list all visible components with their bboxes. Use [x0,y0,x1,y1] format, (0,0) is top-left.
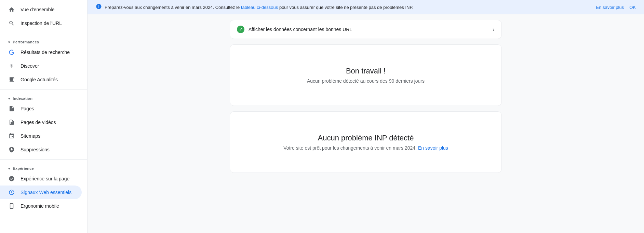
sidebar-label-pages: Pages [21,106,34,111]
google-icon [8,49,15,56]
main-content: Préparez-vous aux changements à venir en… [88,0,644,233]
news-icon [8,76,15,83]
chevron-indexation: ▾ [8,97,10,100]
section-experience-label: Expérience [13,166,34,170]
sidebar-item-resultats-recherche[interactable]: Résultats de recherche [0,45,82,59]
sidebar-item-sitemaps[interactable]: Sitemaps [0,129,82,143]
sidebar-item-vue-ensemble[interactable]: Vue d'ensemble [0,3,82,16]
sidebar-item-pages-videos[interactable]: Pages de vidéos [0,115,82,129]
sidebar-item-suppressions[interactable]: Suppressions [0,143,82,156]
sidebar-item-inspection-url[interactable]: Inspection de l'URL [0,16,82,30]
inp-learn-more-link[interactable]: En savoir plus [418,145,448,151]
sidebar-label-discover: Discover [21,63,39,69]
sidebar-item-pages[interactable]: Pages [0,102,82,115]
section-performances[interactable]: ▾ Performances [0,36,87,45]
banner-text: Préparez-vous aux changements à venir en… [105,5,593,10]
banner-ok-button[interactable]: OK [629,5,636,10]
good-url-card: ✓ Afficher les données concernant les bo… [230,20,502,39]
banner-link[interactable]: tableau ci-dessous [241,5,278,10]
sidebar-label-suppressions: Suppressions [21,147,50,152]
sidebar-item-experience-page[interactable]: Expérience sur la page [0,172,82,186]
sidebar-label-signaux-web: Signaux Web essentiels [21,190,71,195]
banner-text-after: pour vous assurer que votre site ne prés… [278,5,413,10]
search-icon [8,20,15,27]
inp-card: Aucun problème INP détecté Votre site es… [230,111,502,173]
sidebar-label-vue-ensemble: Vue d'ensemble [21,7,54,12]
section-indexation[interactable]: ▾ Indexation [0,92,87,102]
sidebar-item-ergonomie-mobile[interactable]: Ergonomie mobile [0,199,82,213]
chevron-right-icon: › [493,26,495,33]
section-experience[interactable]: ▾ Expérience [0,162,87,172]
sidebar-label-pages-videos: Pages de vidéos [21,120,56,125]
good-job-subtitle: Aucun problème détecté au cours des 90 d… [307,78,425,84]
asterisk-icon: ✳ [8,63,15,69]
good-url-label: Afficher les données concernant les bonn… [249,27,488,32]
content-area: ✓ Afficher les données concernant les bo… [219,14,513,184]
smartphone-icon [8,203,15,209]
chevron-performances: ▾ [8,40,10,44]
success-icon: ✓ [237,26,244,33]
good-job-card: Bon travail ! Aucun problème détecté au … [230,44,502,106]
gauge-icon [8,189,15,196]
banner-actions: En savoir plus OK [596,5,636,10]
info-icon [96,3,102,11]
good-url-row[interactable]: ✓ Afficher les données concernant les bo… [230,20,501,39]
section-indexation-label: Indexation [13,96,32,100]
sidebar-label-sitemaps: Sitemaps [21,133,40,139]
sidebar-divider-2 [0,89,87,90]
sidebar-divider-1 [0,33,87,33]
sidebar-label-ergonomie-mobile: Ergonomie mobile [21,203,59,209]
inp-title: Aucun problème INP détecté [318,134,414,142]
sidebar-divider-3 [0,159,87,160]
inp-subtitle: Votre site est prêt pour les changements… [283,145,448,151]
sitemap-icon [8,133,15,139]
sidebar-label-resultats-recherche: Résultats de recherche [21,50,70,55]
banner-text-before: Préparez-vous aux changements à venir en… [105,5,241,10]
shield-icon [8,146,15,153]
section-performances-label: Performances [13,40,39,44]
good-job-title: Bon travail ! [346,67,386,76]
sidebar-label-inspection-url: Inspection de l'URL [21,20,62,26]
file-video-icon [8,119,15,126]
chevron-experience: ▾ [8,167,10,170]
banner-learn-more[interactable]: En savoir plus [596,5,624,10]
sidebar-item-google-actualites[interactable]: Google Actualités [0,73,82,86]
sidebar: Vue d'ensemble Inspection de l'URL ▾ Per… [0,0,88,233]
home-icon [8,6,15,13]
inp-subtitle-text: Votre site est prêt pour les changements… [283,145,418,151]
sidebar-label-google-actualites: Google Actualités [21,77,58,82]
sidebar-item-discover[interactable]: ✳ Discover [0,59,82,73]
info-banner: Préparez-vous aux changements à venir en… [88,0,644,14]
sidebar-item-signaux-web[interactable]: Signaux Web essentiels [0,186,82,199]
circle-check-icon [8,175,15,182]
sidebar-label-experience-page: Expérience sur la page [21,176,69,181]
file-icon [8,105,15,112]
